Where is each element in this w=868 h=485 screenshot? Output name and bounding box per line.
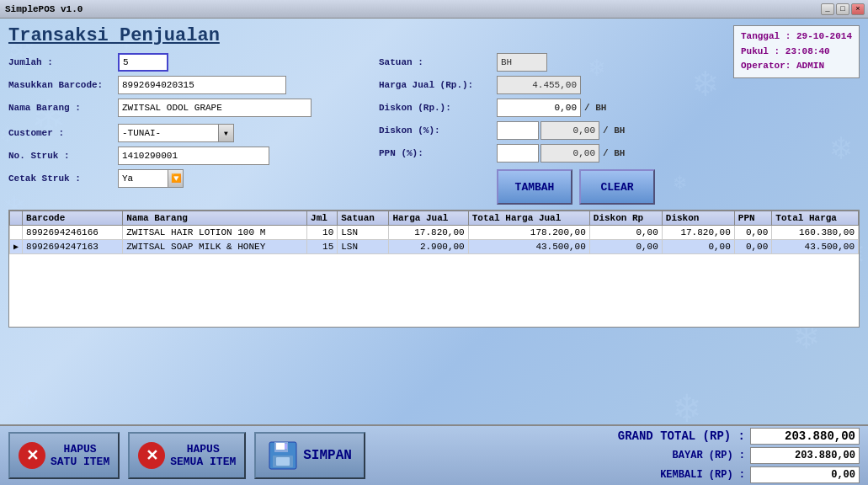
- nostruk-input[interactable]: [118, 147, 269, 165]
- minimize-button[interactable]: _: [821, 3, 834, 15]
- hapus-semua-button[interactable]: ✕ HAPUSSEMUA ITEM: [128, 432, 246, 479]
- col-jml: Jml: [307, 211, 338, 226]
- grand-total-input[interactable]: [750, 428, 860, 445]
- cell-diskon-rp: 0,00: [589, 240, 662, 254]
- col-total-harga-jual: Total Harga Jual: [468, 211, 589, 226]
- save-icon: [268, 440, 298, 471]
- svg-rect-4: [276, 457, 290, 466]
- form-area: Jumlah : Masukkan Barcode: Nama Barang :…: [8, 53, 860, 205]
- table-row[interactable]: ▶ 8992694247163 ZWITSAL SOAP MILK & HONE…: [10, 240, 859, 254]
- col-diskon-rp: Diskon Rp: [589, 211, 662, 226]
- cetak-wrapper: 🔽: [118, 169, 184, 188]
- ppn-label: PPN (%):: [379, 148, 497, 158]
- table-area[interactable]: Barcode Nama Barang Jml Satuan Harga Jua…: [8, 210, 860, 328]
- totals-area: GRAND TOTAL (RP) : BAYAR (RP) : KEMBALI …: [577, 428, 860, 483]
- kembali-label: KEMBALI (RP) :: [577, 469, 745, 481]
- cetakstruk-input[interactable]: [118, 169, 168, 188]
- diskonrp-unit: / BH: [584, 103, 606, 113]
- customer-dropdown-wrapper: ▼: [118, 124, 234, 142]
- action-buttons: TAMBAH CLEAR: [497, 169, 860, 205]
- hargajual-input[interactable]: [497, 76, 581, 94]
- close-button[interactable]: ×: [851, 3, 865, 15]
- jumlah-input[interactable]: [118, 53, 168, 72]
- window-controls[interactable]: _ □ ×: [821, 3, 865, 15]
- customer-label: Customer :: [8, 128, 118, 138]
- kembali-row: KEMBALI (RP) :: [577, 466, 860, 483]
- satuan-input[interactable]: [497, 53, 547, 72]
- jumlah-label: Jumlah :: [8, 57, 118, 67]
- data-table: Barcode Nama Barang Jml Satuan Harga Jua…: [9, 211, 859, 254]
- namabarang-row: Nama Barang :: [8, 99, 362, 117]
- col-ppn: PPN: [734, 211, 772, 226]
- barcode-input[interactable]: [118, 76, 286, 94]
- tanggal-value: 29-10-2014: [796, 31, 852, 41]
- kembali-input[interactable]: [750, 466, 860, 483]
- namabarang-input[interactable]: [118, 99, 312, 117]
- cell-ppn: 0,00: [734, 240, 772, 254]
- nostruk-row: No. Struk :: [8, 147, 362, 165]
- customer-input[interactable]: [118, 124, 219, 142]
- hargajual-label: Harga Jual (Rp.):: [379, 80, 497, 90]
- maximize-button[interactable]: □: [836, 3, 849, 15]
- content-area: Tanggal : 29-10-2014 Pukul : 23:08:40 Op…: [0, 19, 868, 339]
- simpan-button[interactable]: SIMPAN: [254, 432, 365, 479]
- hargajual-row: Harga Jual (Rp.):: [379, 76, 860, 94]
- row-arrow: ▶: [10, 240, 23, 254]
- cetakstruk-label: Cetak Struk :: [8, 173, 118, 184]
- cell-total-harga-jual: 178.200,00: [468, 226, 589, 240]
- cell-diskon-rp: 0,00: [589, 226, 662, 240]
- simpan-label: SIMPAN: [303, 448, 352, 463]
- diskonrp-input[interactable]: [497, 99, 581, 117]
- diskonrp-row: Diskon (Rp.): / BH: [379, 99, 860, 117]
- col-satuan: Satuan: [338, 211, 389, 226]
- cell-harga-jual: 2.900,00: [389, 240, 468, 254]
- bayar-input[interactable]: [750, 447, 860, 464]
- diskonpct-row: Diskon (%): / BH: [379, 121, 860, 140]
- cetakstruk-row: Cetak Struk : 🔽: [8, 169, 362, 188]
- cell-jml: 10: [307, 226, 338, 240]
- cell-jml: 15: [307, 240, 338, 254]
- col-harga-jual: Harga Jual: [389, 211, 468, 226]
- bayar-label: BAYAR (RP) :: [577, 450, 745, 461]
- clear-button[interactable]: CLEAR: [579, 169, 655, 205]
- col-nama: Nama Barang: [123, 211, 307, 226]
- customer-dropdown-btn[interactable]: ▼: [219, 124, 234, 142]
- diskonpct-label: Diskon (%):: [379, 125, 497, 136]
- col-arrow: [10, 211, 23, 226]
- cell-nama: ZWITSAL SOAP MILK & HONEY: [123, 240, 307, 254]
- title-bar: SimplePOS v1.0 _ □ ×: [0, 0, 868, 19]
- cell-total-harga: 160.380,00: [772, 226, 859, 240]
- table-header: Barcode Nama Barang Jml Satuan Harga Jua…: [10, 211, 859, 226]
- cell-total-harga: 43.500,00: [772, 240, 859, 254]
- main-window: ❄ ❄ ❄ ❄ ❄ ❄ ❄ ❄ ❄ ❄ ❄ ❄ ❄ ❄ ❄ ❄ ❄ Tangga…: [0, 19, 868, 485]
- diskonpct-input[interactable]: [497, 121, 539, 140]
- jumlah-row: Jumlah :: [8, 53, 362, 72]
- hapus-satu-button[interactable]: ✕ HAPUSSATU ITEM: [8, 432, 120, 479]
- hapus-satu-icon: ✕: [19, 442, 45, 469]
- pukul-label: Pukul :: [741, 46, 780, 56]
- info-box: Tanggal : 29-10-2014 Pukul : 23:08:40 Op…: [733, 25, 860, 78]
- pukul-row: Pukul : 23:08:40: [741, 45, 852, 60]
- ppn-input[interactable]: [497, 144, 539, 163]
- hapus-semua-label: HAPUSSEMUA ITEM: [170, 443, 236, 468]
- col-diskon: Diskon: [662, 211, 734, 226]
- nostruk-label: No. Struk :: [8, 151, 118, 161]
- bottom-bar: ✕ HAPUSSATU ITEM ✕ HAPUSSEMUA ITEM SIMPA…: [0, 424, 868, 485]
- cetakstruk-dropdown-btn[interactable]: 🔽: [168, 169, 184, 188]
- tambah-button[interactable]: TAMBAH: [497, 169, 572, 205]
- namabarang-label: Nama Barang :: [8, 103, 118, 113]
- app-title: SimplePOS v1.0: [5, 4, 83, 14]
- cell-diskon: 17.820,00: [662, 226, 734, 240]
- table-row[interactable]: 8992694246166 ZWITSAL HAIR LOTION 100 M …: [10, 226, 859, 240]
- cell-diskon: 0,00: [662, 240, 734, 254]
- table-body: 8992694246166 ZWITSAL HAIR LOTION 100 M …: [10, 226, 859, 254]
- row-arrow: [10, 226, 23, 240]
- grand-total-label: GRAND TOTAL (RP) :: [577, 429, 745, 443]
- page-title: Transaksi Penjualan: [8, 25, 860, 46]
- customer-row: Customer : ▼: [8, 124, 362, 142]
- diskonpct-unit: / BH: [603, 125, 625, 136]
- diskonpct-display: [541, 121, 599, 140]
- pukul-value: 23:08:40: [785, 46, 830, 56]
- operator-row: Operator: ADMIN: [741, 59, 852, 74]
- cell-nama: ZWITSAL HAIR LOTION 100 M: [123, 226, 307, 240]
